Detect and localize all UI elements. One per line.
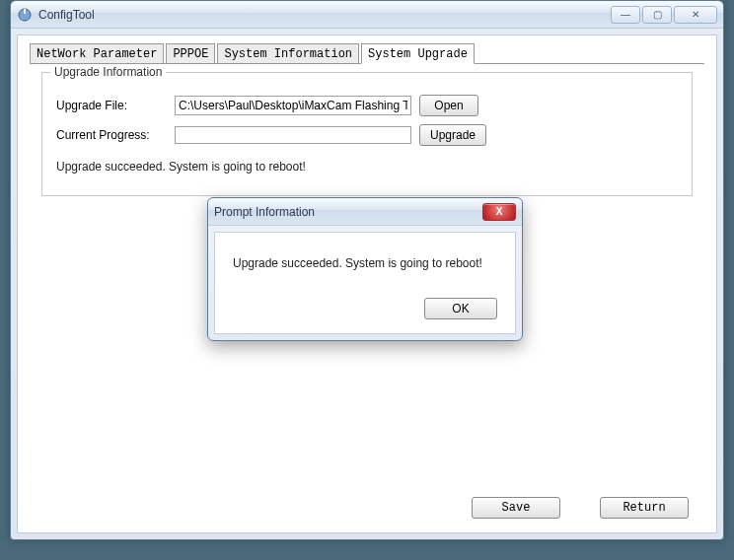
dialog-close-button[interactable]: X [482, 203, 516, 221]
tab-strip: NetWork Parameter PPPOE System Informati… [18, 35, 716, 63]
status-text: Upgrade succeeded. System is going to re… [56, 160, 678, 174]
svg-rect-1 [24, 9, 26, 14]
save-button[interactable]: Save [472, 497, 560, 519]
upgrade-button[interactable]: Upgrade [419, 124, 486, 146]
app-icon [17, 7, 33, 23]
open-button[interactable]: Open [419, 95, 478, 116]
window-buttons: — ▢ ✕ [609, 6, 717, 24]
dialog-body: Upgrade succeeded. System is going to re… [214, 232, 516, 334]
label-upgrade-file: Upgrade File: [56, 99, 175, 112]
prompt-dialog: Prompt Information X Upgrade succeeded. … [207, 197, 523, 341]
minimize-button[interactable]: — [611, 6, 640, 24]
row-upgrade-file: Upgrade File: Open [56, 95, 678, 116]
upgrade-information-group: Upgrade Information Upgrade File: Open C… [41, 72, 693, 196]
row-progress: Current Progress: Upgrade [56, 124, 678, 146]
tab-system-upgrade[interactable]: System Upgrade [361, 43, 475, 64]
maximize-button[interactable]: ▢ [642, 6, 672, 24]
titlebar[interactable]: ConfigTool — ▢ ✕ [11, 1, 723, 29]
tab-system-information[interactable]: System Information [217, 43, 359, 64]
bottom-button-bar: Save Return [464, 497, 689, 519]
dialog-title: Prompt Information [214, 205, 482, 219]
label-progress: Current Progress: [56, 128, 175, 142]
dialog-titlebar[interactable]: Prompt Information X [208, 198, 522, 226]
progress-bar [175, 126, 411, 144]
return-button[interactable]: Return [600, 497, 689, 519]
group-legend: Upgrade Information [50, 65, 166, 79]
upgrade-file-input[interactable] [175, 96, 411, 115]
window-title: ConfigTool [38, 8, 609, 22]
tab-pppoe[interactable]: PPPOE [166, 43, 215, 64]
tab-network-parameter[interactable]: NetWork Parameter [30, 43, 164, 64]
dialog-actions: OK [233, 298, 497, 319]
ok-button[interactable]: OK [424, 298, 497, 319]
dialog-message: Upgrade succeeded. System is going to re… [233, 256, 497, 270]
window-close-button[interactable]: ✕ [674, 6, 717, 24]
